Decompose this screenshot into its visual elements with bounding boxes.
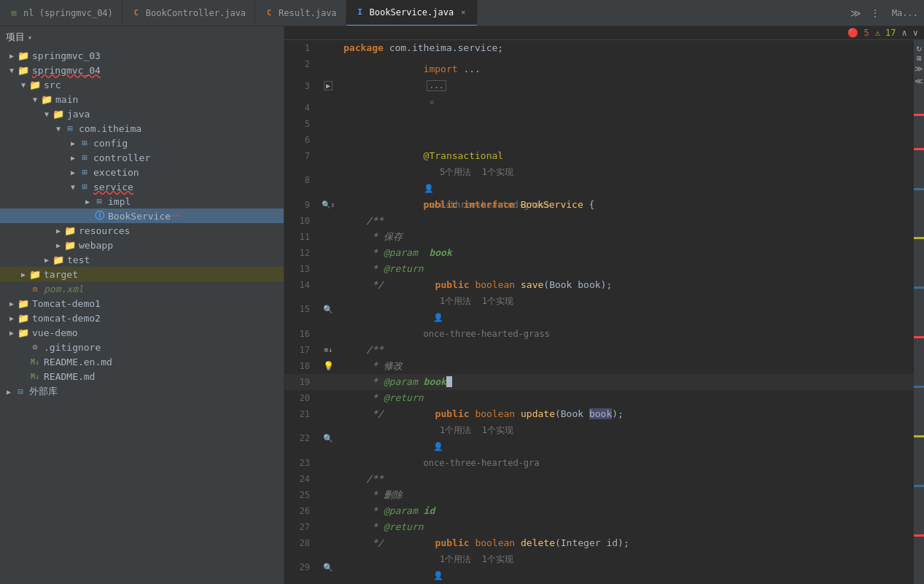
interface-tab-icon: I <box>355 7 365 17</box>
gutter-search-22[interactable]: 🔍 <box>323 434 333 443</box>
md-icon-en: M↓ <box>29 356 41 367</box>
folder-icon-vue: 📁 <box>18 327 29 338</box>
line-num-21: 21 <box>284 406 317 422</box>
expand-button[interactable]: ≫ <box>915 64 923 74</box>
sidebar-item-vue[interactable]: ▶ 📁 vue-demo <box>0 325 284 340</box>
sidebar-item-test[interactable]: ▶ 📁 test <box>0 252 284 267</box>
sidebar-item-impl[interactable]: ▶ ⊞ impl <box>0 194 284 209</box>
line-num-17: 17 <box>284 342 317 358</box>
sidebar-item-webapp[interactable]: ▶ 📁 webapp <box>0 238 284 252</box>
line-num-6: 6 <box>284 132 317 148</box>
refresh-button[interactable]: ↻ <box>916 43 921 53</box>
code-line-11: 11 * 保存 <box>284 229 914 245</box>
line-content-25: * 删除 <box>339 487 914 503</box>
code-line-19: 19 * @param book <box>284 374 914 390</box>
tab-result[interactable]: C Result.java <box>255 0 346 26</box>
line-num-3: 3 <box>284 78 317 94</box>
label-readme-en: README.en.md <box>44 357 112 367</box>
sidebar-item-target[interactable]: ▶ 📁 target <box>0 267 284 281</box>
tab-bookservice[interactable]: I BookService.java ✕ <box>346 0 478 26</box>
label-readme: README.md <box>44 371 95 382</box>
arrow-springmvc03: ▶ <box>6 50 18 61</box>
sidebar-item-main[interactable]: ▼ 📁 main <box>0 92 284 106</box>
line-num-24: 24 <box>284 471 317 487</box>
sidebar-item-gitignore[interactable]: ▶ ⊘ .gitignore <box>0 340 284 354</box>
label-controller: controller <box>93 152 150 163</box>
code-scroll-area[interactable]: 1 package com.itheima.service; 2 3 <box>284 40 914 584</box>
gutter-29: 🔍 <box>317 563 339 572</box>
collapse-button[interactable]: ≪ <box>915 77 923 86</box>
line-num-27: 27 <box>284 519 317 535</box>
sidebar-item-bookservice[interactable]: ▶ Ⓘ BookService ~~ <box>0 209 284 223</box>
line-num-2: 2 <box>284 56 317 72</box>
package-icon-config: ⊞ <box>79 137 90 149</box>
label-webapp: webapp <box>79 240 113 251</box>
label-main: main <box>55 94 78 105</box>
folder-icon-springmvc03: 📁 <box>18 50 29 61</box>
label-springmvc04: springmvc_04 <box>32 65 101 76</box>
sidebar-item-readme[interactable]: ▶ M↓ README.md <box>0 369 284 384</box>
sidebar[interactable]: 项目 ▾ ▶ 📁 springmvc_03 ▼ 📁 springmvc_04 ▼… <box>0 26 284 584</box>
label-springmvc03: springmvc_03 <box>32 50 101 61</box>
nav-down-button[interactable]: ∨ <box>913 28 918 38</box>
code-editor[interactable]: 🔴 5 ⚠ 17 ∧ ∨ 1 package com.itheima.servi… <box>284 26 924 584</box>
label-service: service <box>93 182 133 192</box>
line-content-19: * @param book <box>339 374 914 390</box>
gutter-format-17[interactable]: ≡↓ <box>324 346 333 354</box>
sidebar-item-readme-en[interactable]: ▶ M↓ README.en.md <box>0 354 284 369</box>
sidebar-item-controller[interactable]: ▶ ⊞ controller <box>0 150 284 165</box>
sidebar-item-comitheima[interactable]: ▼ ⊞ com.itheima <box>0 121 284 136</box>
label-comitheima: com.itheima <box>79 123 141 134</box>
line-content-17: /** <box>339 342 914 358</box>
sidebar-item-tomcat1[interactable]: ▶ 📁 Tomcat-demo1 <box>0 296 284 311</box>
nav-up-button[interactable]: ∧ <box>902 28 907 38</box>
tab-springmvc-xml[interactable]: ▤ nl (springmvc_04) <box>0 0 123 26</box>
sidebar-item-src[interactable]: ▼ 📁 src <box>0 77 284 92</box>
code-lines-container: 1 package com.itheima.service; 2 3 <box>284 40 914 584</box>
main-layout: 项目 ▾ ▶ 📁 springmvc_03 ▼ 📁 springmvc_04 ▼… <box>0 26 924 584</box>
gutter-22: 🔍 <box>317 434 339 443</box>
sidebar-header: 项目 ▾ <box>0 26 284 48</box>
label-external: 外部库 <box>29 385 58 398</box>
tab-close-button[interactable]: ✕ <box>458 7 468 17</box>
gutter-bulb-18[interactable]: 💡 <box>323 361 334 371</box>
package-icon-comitheima: ⊞ <box>64 122 76 134</box>
sidebar-item-external-libs[interactable]: ▶ ⊟ 外部库 <box>0 384 284 400</box>
sidebar-item-excetion[interactable]: ▶ ⊞ excetion <box>0 165 284 179</box>
tab-menu-button[interactable]: ⋮ <box>867 6 883 20</box>
sidebar-item-tomcat2[interactable]: ▶ 📁 tomcat-demo2 <box>0 311 284 325</box>
folder-icon-resources: 📁 <box>64 225 76 236</box>
error-mark-2 <box>914 148 924 150</box>
label-impl: impl <box>108 196 131 207</box>
gutter-15: 🔍 <box>317 305 339 314</box>
gutter-search-15[interactable]: 🔍 <box>323 305 333 314</box>
package-icon-service: ⊞ <box>79 181 90 192</box>
import-collapse-btn[interactable]: ... <box>427 80 447 91</box>
sidebar-item-springmvc04[interactable]: ▼ 📁 springmvc_04 <box>0 63 284 77</box>
arrow-resources: ▶ <box>53 225 64 236</box>
sidebar-item-springmvc03[interactable]: ▶ 📁 springmvc_03 <box>0 48 284 63</box>
label-java: java <box>67 109 90 120</box>
tab-label: nl (springmvc_04) <box>23 8 113 18</box>
line-num-13: 13 <box>284 261 317 277</box>
tab-bookcontroller[interactable]: C BookController.java <box>123 0 255 26</box>
arrow-webapp: ▶ <box>53 239 64 251</box>
sidebar-item-resources[interactable]: ▶ 📁 resources <box>0 223 284 238</box>
line-num-18: 18 <box>284 358 317 374</box>
collapse-all-button[interactable]: ⊞ <box>915 56 924 61</box>
code-line-9: 9 🔍↕ public interface BookService { <box>284 197 914 213</box>
sidebar-item-java[interactable]: ▼ 📁 java <box>0 106 284 121</box>
label-resources: resources <box>79 225 130 236</box>
sidebar-item-config[interactable]: ▶ ⊞ config <box>0 136 284 150</box>
sidebar-item-service[interactable]: ▼ ⊞ service <box>0 179 284 194</box>
sidebar-item-pom[interactable]: ▶ m pom.xml <box>0 281 284 296</box>
label-tomcat1: Tomcat-demo1 <box>32 298 101 309</box>
package-icon-excetion: ⊞ <box>79 166 90 178</box>
line-num-16: 16 <box>284 326 317 342</box>
line-num-9: 9 <box>284 197 317 213</box>
gutter-search-29[interactable]: 🔍 <box>323 563 333 572</box>
line-num-26: 26 <box>284 503 317 519</box>
collapse-icon-3[interactable]: ▶ <box>324 81 333 90</box>
line-num-23: 23 <box>284 455 317 471</box>
tab-overflow-button[interactable]: ≫ <box>847 6 864 20</box>
